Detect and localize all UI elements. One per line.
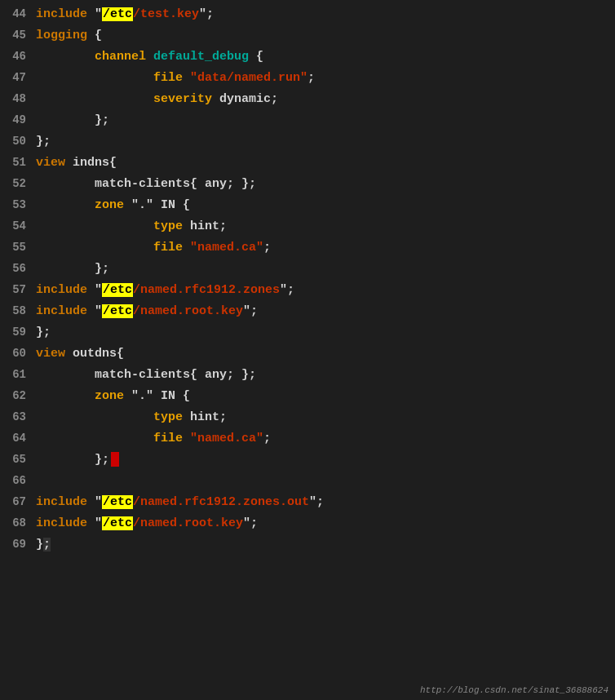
code-token (146, 50, 153, 64)
code-token: channel (95, 50, 146, 64)
code-token: file (153, 71, 183, 85)
code-token: "." IN { (124, 389, 190, 403)
code-token (183, 432, 190, 445)
line-number: 55 (2, 237, 36, 258)
line-number: 56 (2, 258, 36, 279)
code-token (36, 389, 95, 403)
code-line: 54 type hint; (0, 215, 615, 237)
line-content: zone "." IN { (36, 195, 613, 216)
code-token: type (153, 410, 183, 424)
line-number: 61 (2, 364, 36, 385)
highlighted-text: /etc (102, 495, 133, 509)
line-content: include "/etc/named.root.key"; (36, 301, 613, 322)
code-token: include (36, 7, 87, 21)
code-line: 65 }; (0, 449, 615, 470)
watermark: http://blog.csdn.net/sinat_36888624 (420, 685, 608, 695)
line-content: file "named.ca"; (36, 237, 613, 259)
code-token: default_debug (153, 50, 249, 64)
code-editor: 44include "/etc/test.key";45logging {46 … (0, 0, 615, 700)
code-token: { (249, 50, 263, 64)
code-token: ; (263, 432, 271, 445)
highlighted-text: /etc (102, 304, 133, 318)
line-content: }; (36, 322, 613, 343)
code-line: 52 match-clients{ any; }; (0, 173, 615, 194)
line-number: 48 (2, 88, 36, 109)
line-number: 64 (2, 428, 36, 449)
line-number: 47 (2, 67, 36, 88)
highlighted-text: /etc (102, 283, 133, 297)
code-line: 69}; (0, 534, 615, 555)
code-line: 61 match-clients{ any; }; (0, 364, 615, 385)
line-number: 52 (2, 173, 36, 194)
line-content: logging { (36, 25, 613, 47)
code-token: match-clients{ any; }; (36, 177, 256, 191)
code-token: include (36, 304, 87, 318)
code-line: 66 (0, 470, 615, 491)
code-token: " (87, 516, 102, 530)
text-cursor (111, 452, 119, 467)
line-content: }; (36, 259, 613, 280)
code-token: } (36, 538, 43, 552)
code-token: "named.ca" (190, 432, 263, 445)
code-token (36, 219, 153, 233)
line-content: zone "." IN { (36, 386, 613, 407)
code-token: indns{ (65, 156, 117, 170)
line-number: 60 (2, 343, 36, 364)
line-number: 58 (2, 300, 36, 321)
code-token: /named.root.key (133, 304, 243, 318)
line-number: 66 (2, 470, 36, 491)
code-token (36, 92, 153, 106)
line-number: 54 (2, 215, 36, 237)
code-line: 55 file "named.ca"; (0, 237, 615, 258)
code-token: "; (280, 283, 294, 297)
code-token: }; (36, 262, 109, 276)
code-token: " (87, 304, 102, 318)
code-token: "data/named.run" (190, 71, 308, 85)
line-number: 68 (2, 512, 36, 534)
line-content: type hint; (36, 216, 613, 237)
code-token: /test.key (133, 7, 199, 21)
code-token: "; (243, 304, 258, 318)
code-token (36, 432, 153, 445)
code-token: }; (36, 453, 109, 467)
code-token (36, 241, 153, 255)
line-number: 59 (2, 321, 36, 343)
code-token: file (153, 432, 183, 445)
code-token: "; (243, 516, 258, 530)
code-line: 67include "/etc/named.rfc1912.zones.out"… (0, 491, 615, 512)
line-content: include "/etc/named.rfc1912.zones.out"; (36, 492, 613, 513)
code-line: 49 }; (0, 109, 615, 131)
line-content: file "data/named.run"; (36, 68, 613, 89)
code-token: "named.ca" (190, 241, 263, 255)
line-content: file "named.ca"; (36, 428, 613, 450)
line-content: match-clients{ any; }; (36, 365, 613, 386)
line-number: 69 (2, 534, 36, 555)
code-token (183, 241, 190, 255)
code-line: 63 type hint; (0, 406, 615, 428)
code-line: 62 zone "." IN { (0, 385, 615, 406)
code-token: include (36, 516, 87, 530)
code-token: ; (308, 71, 315, 85)
line-number: 45 (2, 24, 36, 46)
code-token: include (36, 495, 87, 509)
code-token: " (87, 283, 102, 297)
line-content: severity dynamic; (36, 89, 613, 110)
line-content: include "/etc/named.rfc1912.zones"; (36, 280, 613, 301)
code-token: }; (36, 135, 51, 148)
line-content: channel default_debug { (36, 47, 613, 68)
code-line: 47 file "data/named.run"; (0, 67, 615, 88)
code-line: 57include "/etc/named.rfc1912.zones"; (0, 279, 615, 300)
line-number: 63 (2, 406, 36, 428)
line-number: 49 (2, 109, 36, 131)
line-content: }; (36, 131, 613, 153)
code-token: "; (199, 7, 214, 21)
line-number: 57 (2, 279, 36, 300)
highlighted-text: /etc (102, 7, 133, 21)
line-content: }; (36, 534, 613, 556)
code-token: "; (309, 495, 324, 509)
code-token: match-clients{ any; }; (36, 368, 256, 382)
code-line: 64 file "named.ca"; (0, 428, 615, 449)
code-token: ; (263, 241, 271, 255)
code-token: outdns{ (65, 347, 124, 361)
code-token (36, 71, 153, 85)
